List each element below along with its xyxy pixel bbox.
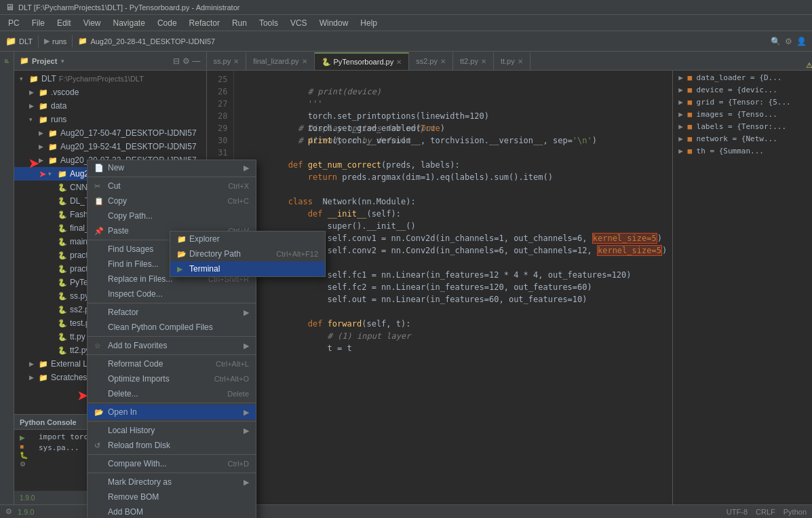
cm-optimize-imports[interactable]: Optimize Imports Ctrl+Alt+O	[88, 371, 256, 386]
cm-copy[interactable]: 📋 Copy Ctrl+C	[88, 193, 256, 208]
tab-tt-close[interactable]: ✕	[518, 58, 523, 65]
sm-terminal[interactable]: ▶ Terminal	[170, 261, 325, 276]
tree-arrow-main	[48, 238, 58, 245]
tree-label-vscode: .vscode	[51, 88, 79, 97]
debug-var-5: ▶ ■ labels = {Tensor:...	[678, 122, 812, 134]
menu-tools[interactable]: Tools	[254, 17, 284, 29]
run-console-icon[interactable]: ▶	[20, 434, 33, 441]
menu-file[interactable]: File	[26, 17, 50, 29]
sm-directory-path[interactable]: 📂 Directory Path Ctrl+Alt+F12	[170, 246, 325, 261]
cm-add-favorites-label: Add to Favorites	[108, 341, 241, 350]
cm-new-arrow: ▶	[244, 164, 249, 172]
tab-tt2-close[interactable]: ✕	[481, 58, 486, 65]
cm-refactor-label: Refactor	[108, 308, 241, 317]
menu-edit[interactable]: Edit	[52, 17, 77, 29]
cm-inspect-code[interactable]: Inspect Code...	[88, 286, 256, 301]
cm-open-in[interactable]: 📂 Open In ▶	[88, 405, 256, 420]
tree-arrow-aug2841: ▾	[48, 170, 58, 177]
cm-sep1	[88, 177, 256, 177]
tab-ss2-close[interactable]: ✕	[440, 58, 446, 65]
folder-icon-scratches: 📁	[39, 373, 48, 382]
tab-final-lizard-close[interactable]: ✕	[302, 58, 307, 65]
tab-ss[interactable]: ss.py ✕	[207, 52, 247, 70]
stop-console-icon[interactable]: ■	[20, 443, 33, 450]
code-line-25: # print(device)	[239, 73, 668, 86]
tree-label-aug19: Aug20_19-52-41_DESKTOP-IJDNI57	[60, 142, 197, 151]
menu-vcs[interactable]: VCS	[285, 17, 313, 29]
tree-root-dlt[interactable]: ▾ 📁 DLT F:\PycharmProjects1\DLT	[14, 72, 206, 86]
toolbar-runs[interactable]: runs	[52, 37, 66, 45]
cm-reload-from-disk[interactable]: ↺ Reload from Disk	[88, 438, 256, 453]
cm-add-favorites-icon: ☆	[94, 341, 108, 350]
folder-icon-aug17: 📁	[48, 129, 58, 138]
tab-ss-close[interactable]: ✕	[233, 58, 239, 65]
cm-add-bom-label: Add BOM	[108, 507, 249, 517]
tree-item-vscode[interactable]: ▶ 📁 .vscode	[14, 86, 206, 99]
cm-compare-shortcut: Ctrl+D	[228, 460, 249, 468]
cm-add-to-favorites[interactable]: ☆ Add to Favorites ▶	[88, 338, 256, 353]
tab-right-info: ⚠ 8 △ 18 ✓ 14	[806, 61, 812, 70]
tree-arrow-dltest	[48, 198, 58, 204]
toolbar-project[interactable]: DLT	[19, 37, 33, 45]
tab-pytensorboard[interactable]: 🐍 PyTensorboard.py ✕	[315, 52, 410, 70]
tab-py-icon: 🐍	[322, 58, 331, 67]
tree-label-data: data	[51, 101, 66, 111]
cm-reformat[interactable]: Reformat Code Ctrl+Alt+L	[88, 356, 256, 371]
settings-icon[interactable]: ⚙	[785, 37, 792, 46]
code-area: ss.py ✕ final_lizard.py ✕ 🐍 PyTensorboar…	[207, 52, 812, 504]
cm-copy-path[interactable]: Copy Path...	[88, 208, 256, 223]
folder-icon-runs: 📁	[39, 115, 48, 124]
menu-refactor[interactable]: Refactor	[184, 17, 225, 29]
code-line-34: class Network(nn.Module):	[239, 183, 668, 196]
cm-delete[interactable]: Delete... Delete	[88, 386, 256, 401]
cm-local-history-label: Local History	[108, 426, 241, 435]
tree-item-data[interactable]: ▶ 📁 data	[14, 99, 206, 113]
tree-item-aug19[interactable]: ▶ 📁 Aug20_19-52-41_DESKTOP-IJDNI57	[14, 140, 206, 153]
tab-ss2[interactable]: ss2.py ✕	[409, 52, 453, 70]
tab-tt2[interactable]: tt2.py ✕	[453, 52, 494, 70]
cm-add-bom[interactable]: Add BOM	[88, 504, 256, 518]
settings-project-icon[interactable]: ⚙	[182, 56, 190, 66]
menu-help[interactable]: Help	[355, 17, 383, 29]
tree-arrow-scratches: ▶	[29, 374, 39, 381]
warning-count: ⚠ 8	[806, 61, 812, 70]
status-icon: ⚙	[5, 507, 12, 516]
user-icon[interactable]: 👤	[796, 37, 807, 46]
menu-code[interactable]: Code	[152, 17, 182, 29]
tree-label-aug17: Aug20_17-50-47_DESKTOP-IJDNI57	[60, 128, 197, 138]
sidebar-project-button[interactable]: P	[0, 54, 14, 68]
tree-item-runs[interactable]: ▾ 📁 runs	[14, 113, 206, 126]
collapse-all-icon[interactable]: ⊟	[173, 56, 180, 66]
tab-pytensorboard-close[interactable]: ✕	[396, 58, 402, 66]
cm-clean-python[interactable]: Clean Python Compiled Files	[88, 320, 256, 335]
cm-remove-bom[interactable]: Remove BOM	[88, 489, 256, 504]
minimize-icon[interactable]: —	[193, 56, 201, 66]
settings-console-icon[interactable]: ⚙	[20, 460, 33, 468]
cm-cut[interactable]: ✂ Cut Ctrl+X	[88, 179, 256, 193]
cm-mark-directory[interactable]: Mark Directory as ▶	[88, 475, 256, 489]
cm-open-in-label: Open In	[108, 407, 241, 417]
tree-item-aug17[interactable]: ▶ 📁 Aug20_17-50-47_DESKTOP-IJDNI57	[14, 126, 206, 140]
menu-navigate[interactable]: Navigate	[108, 17, 151, 29]
tree-arrow-finalliza	[48, 225, 58, 232]
tab-final-lizard[interactable]: final_lizard.py ✕	[246, 52, 314, 70]
cm-remove-bom-label: Remove BOM	[108, 492, 249, 502]
status-utf8: UTF-8	[727, 508, 748, 516]
menu-view[interactable]: View	[78, 17, 107, 29]
menu-window[interactable]: Window	[314, 17, 354, 29]
cm-new[interactable]: 📄 New ▶	[88, 160, 256, 175]
project-dropdown-icon[interactable]: ▾	[61, 58, 64, 64]
search-icon[interactable]: 🔍	[771, 37, 781, 46]
cm-compare-with[interactable]: Compare With... Ctrl+D	[88, 456, 256, 471]
console-code-area: import torch sys.pa...	[39, 432, 92, 488]
menu-run[interactable]: Run	[227, 17, 252, 29]
cm-refactor[interactable]: Refactor ▶	[88, 305, 256, 320]
sm-explorer[interactable]: 📁 Explorer	[170, 232, 325, 246]
debug-var-3: ▶ ■ grid = {Tensor: {5...	[678, 98, 812, 110]
tab-tt[interactable]: tt.py ✕	[494, 52, 530, 70]
py-icon-main: 🐍	[58, 238, 67, 246]
debug-console-icon[interactable]: 🐛	[20, 451, 33, 459]
cm-local-history[interactable]: Local History ▶	[88, 423, 256, 438]
cm-sep3	[88, 303, 256, 303]
menu-pc[interactable]: PC	[3, 17, 25, 29]
